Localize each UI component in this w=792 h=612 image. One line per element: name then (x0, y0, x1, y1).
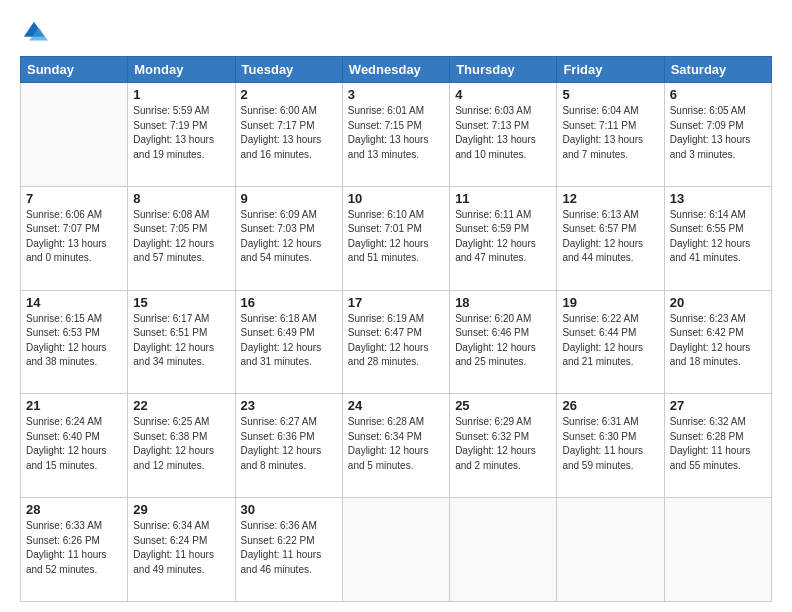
calendar-cell: 15Sunrise: 6:17 AM Sunset: 6:51 PM Dayli… (128, 290, 235, 394)
day-info: Sunrise: 6:15 AM Sunset: 6:53 PM Dayligh… (26, 312, 122, 370)
day-number: 7 (26, 191, 122, 206)
day-number: 6 (670, 87, 766, 102)
day-number: 17 (348, 295, 444, 310)
day-number: 10 (348, 191, 444, 206)
day-info: Sunrise: 6:04 AM Sunset: 7:11 PM Dayligh… (562, 104, 658, 162)
calendar-cell (664, 498, 771, 602)
calendar-cell (21, 83, 128, 187)
calendar-cell (450, 498, 557, 602)
day-info: Sunrise: 6:18 AM Sunset: 6:49 PM Dayligh… (241, 312, 337, 370)
day-info: Sunrise: 6:36 AM Sunset: 6:22 PM Dayligh… (241, 519, 337, 577)
calendar-cell: 11Sunrise: 6:11 AM Sunset: 6:59 PM Dayli… (450, 186, 557, 290)
day-info: Sunrise: 6:05 AM Sunset: 7:09 PM Dayligh… (670, 104, 766, 162)
day-number: 20 (670, 295, 766, 310)
calendar-table: SundayMondayTuesdayWednesdayThursdayFrid… (20, 56, 772, 602)
day-info: Sunrise: 6:19 AM Sunset: 6:47 PM Dayligh… (348, 312, 444, 370)
day-info: Sunrise: 6:33 AM Sunset: 6:26 PM Dayligh… (26, 519, 122, 577)
page-header (20, 18, 772, 46)
calendar-day-header: Thursday (450, 57, 557, 83)
calendar-cell: 10Sunrise: 6:10 AM Sunset: 7:01 PM Dayli… (342, 186, 449, 290)
day-number: 12 (562, 191, 658, 206)
day-info: Sunrise: 6:24 AM Sunset: 6:40 PM Dayligh… (26, 415, 122, 473)
logo-icon (20, 18, 48, 46)
day-number: 21 (26, 398, 122, 413)
day-number: 15 (133, 295, 229, 310)
calendar-cell: 19Sunrise: 6:22 AM Sunset: 6:44 PM Dayli… (557, 290, 664, 394)
calendar-cell: 24Sunrise: 6:28 AM Sunset: 6:34 PM Dayli… (342, 394, 449, 498)
day-number: 18 (455, 295, 551, 310)
calendar-cell: 6Sunrise: 6:05 AM Sunset: 7:09 PM Daylig… (664, 83, 771, 187)
calendar-cell: 12Sunrise: 6:13 AM Sunset: 6:57 PM Dayli… (557, 186, 664, 290)
day-info: Sunrise: 5:59 AM Sunset: 7:19 PM Dayligh… (133, 104, 229, 162)
day-number: 4 (455, 87, 551, 102)
day-info: Sunrise: 6:28 AM Sunset: 6:34 PM Dayligh… (348, 415, 444, 473)
calendar-day-header: Wednesday (342, 57, 449, 83)
day-number: 14 (26, 295, 122, 310)
calendar-week-row: 1Sunrise: 5:59 AM Sunset: 7:19 PM Daylig… (21, 83, 772, 187)
calendar-cell: 18Sunrise: 6:20 AM Sunset: 6:46 PM Dayli… (450, 290, 557, 394)
day-number: 2 (241, 87, 337, 102)
calendar-cell: 7Sunrise: 6:06 AM Sunset: 7:07 PM Daylig… (21, 186, 128, 290)
calendar-day-header: Tuesday (235, 57, 342, 83)
day-info: Sunrise: 6:10 AM Sunset: 7:01 PM Dayligh… (348, 208, 444, 266)
calendar-week-row: 21Sunrise: 6:24 AM Sunset: 6:40 PM Dayli… (21, 394, 772, 498)
day-info: Sunrise: 6:03 AM Sunset: 7:13 PM Dayligh… (455, 104, 551, 162)
calendar-cell: 21Sunrise: 6:24 AM Sunset: 6:40 PM Dayli… (21, 394, 128, 498)
calendar-day-header: Sunday (21, 57, 128, 83)
day-number: 8 (133, 191, 229, 206)
calendar-cell: 5Sunrise: 6:04 AM Sunset: 7:11 PM Daylig… (557, 83, 664, 187)
day-info: Sunrise: 6:23 AM Sunset: 6:42 PM Dayligh… (670, 312, 766, 370)
day-info: Sunrise: 6:08 AM Sunset: 7:05 PM Dayligh… (133, 208, 229, 266)
logo (20, 18, 52, 46)
day-number: 3 (348, 87, 444, 102)
day-info: Sunrise: 6:00 AM Sunset: 7:17 PM Dayligh… (241, 104, 337, 162)
day-info: Sunrise: 6:06 AM Sunset: 7:07 PM Dayligh… (26, 208, 122, 266)
calendar-cell: 28Sunrise: 6:33 AM Sunset: 6:26 PM Dayli… (21, 498, 128, 602)
calendar-header-row: SundayMondayTuesdayWednesdayThursdayFrid… (21, 57, 772, 83)
calendar-cell: 20Sunrise: 6:23 AM Sunset: 6:42 PM Dayli… (664, 290, 771, 394)
day-info: Sunrise: 6:22 AM Sunset: 6:44 PM Dayligh… (562, 312, 658, 370)
day-info: Sunrise: 6:01 AM Sunset: 7:15 PM Dayligh… (348, 104, 444, 162)
calendar-week-row: 7Sunrise: 6:06 AM Sunset: 7:07 PM Daylig… (21, 186, 772, 290)
day-info: Sunrise: 6:13 AM Sunset: 6:57 PM Dayligh… (562, 208, 658, 266)
calendar-cell: 29Sunrise: 6:34 AM Sunset: 6:24 PM Dayli… (128, 498, 235, 602)
calendar-cell: 17Sunrise: 6:19 AM Sunset: 6:47 PM Dayli… (342, 290, 449, 394)
calendar-cell: 3Sunrise: 6:01 AM Sunset: 7:15 PM Daylig… (342, 83, 449, 187)
calendar-day-header: Monday (128, 57, 235, 83)
calendar-cell: 23Sunrise: 6:27 AM Sunset: 6:36 PM Dayli… (235, 394, 342, 498)
day-number: 23 (241, 398, 337, 413)
calendar-week-row: 28Sunrise: 6:33 AM Sunset: 6:26 PM Dayli… (21, 498, 772, 602)
day-number: 9 (241, 191, 337, 206)
day-number: 25 (455, 398, 551, 413)
day-info: Sunrise: 6:31 AM Sunset: 6:30 PM Dayligh… (562, 415, 658, 473)
calendar-cell: 26Sunrise: 6:31 AM Sunset: 6:30 PM Dayli… (557, 394, 664, 498)
day-number: 27 (670, 398, 766, 413)
day-number: 24 (348, 398, 444, 413)
calendar-cell: 1Sunrise: 5:59 AM Sunset: 7:19 PM Daylig… (128, 83, 235, 187)
calendar-cell: 13Sunrise: 6:14 AM Sunset: 6:55 PM Dayli… (664, 186, 771, 290)
day-number: 5 (562, 87, 658, 102)
day-info: Sunrise: 6:14 AM Sunset: 6:55 PM Dayligh… (670, 208, 766, 266)
day-info: Sunrise: 6:34 AM Sunset: 6:24 PM Dayligh… (133, 519, 229, 577)
day-number: 29 (133, 502, 229, 517)
calendar-cell: 4Sunrise: 6:03 AM Sunset: 7:13 PM Daylig… (450, 83, 557, 187)
calendar-day-header: Friday (557, 57, 664, 83)
calendar-cell: 25Sunrise: 6:29 AM Sunset: 6:32 PM Dayli… (450, 394, 557, 498)
calendar-cell: 8Sunrise: 6:08 AM Sunset: 7:05 PM Daylig… (128, 186, 235, 290)
day-number: 19 (562, 295, 658, 310)
day-number: 26 (562, 398, 658, 413)
day-number: 1 (133, 87, 229, 102)
day-number: 22 (133, 398, 229, 413)
calendar-cell: 30Sunrise: 6:36 AM Sunset: 6:22 PM Dayli… (235, 498, 342, 602)
calendar-cell: 16Sunrise: 6:18 AM Sunset: 6:49 PM Dayli… (235, 290, 342, 394)
day-number: 30 (241, 502, 337, 517)
calendar-cell: 22Sunrise: 6:25 AM Sunset: 6:38 PM Dayli… (128, 394, 235, 498)
day-info: Sunrise: 6:27 AM Sunset: 6:36 PM Dayligh… (241, 415, 337, 473)
day-info: Sunrise: 6:20 AM Sunset: 6:46 PM Dayligh… (455, 312, 551, 370)
calendar-cell (557, 498, 664, 602)
day-number: 16 (241, 295, 337, 310)
calendar-week-row: 14Sunrise: 6:15 AM Sunset: 6:53 PM Dayli… (21, 290, 772, 394)
day-info: Sunrise: 6:11 AM Sunset: 6:59 PM Dayligh… (455, 208, 551, 266)
calendar-cell: 14Sunrise: 6:15 AM Sunset: 6:53 PM Dayli… (21, 290, 128, 394)
day-number: 28 (26, 502, 122, 517)
